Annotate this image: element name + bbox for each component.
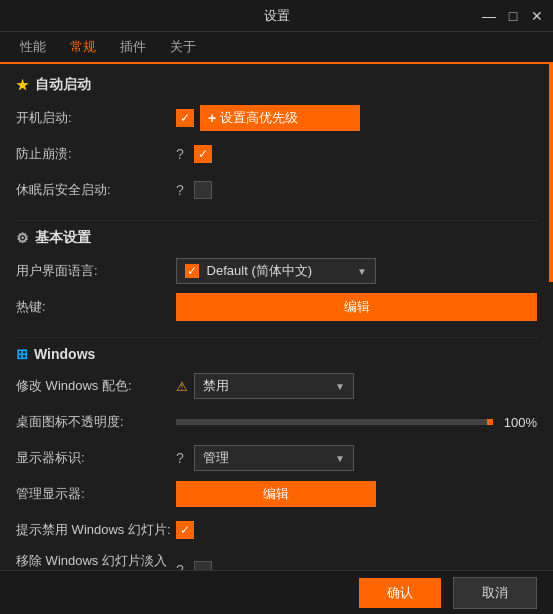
section-auto-start: ★ 自动启动 开机启动: ✓ + 设置高优先级 防止崩溃:	[16, 76, 537, 204]
dropdown-arrow-wincolor: ▼	[335, 381, 345, 392]
checkmark-icon: ✓	[180, 523, 190, 537]
tab-perf[interactable]: 性能	[8, 32, 58, 62]
plus-icon: +	[208, 110, 216, 126]
control-disable-slideshow: ✓	[176, 521, 537, 539]
row-safe-start: 休眠后安全启动: ?	[16, 176, 537, 204]
label-monitor-id: 显示器标识:	[16, 449, 176, 467]
row-win-color: 修改 Windows 配色: ⚠ 禁用 ▼	[16, 372, 537, 400]
section-header-auto-start: ★ 自动启动	[16, 76, 537, 94]
scroll-indicator	[549, 64, 553, 282]
label-icon-opacity: 桌面图标不透明度:	[16, 413, 176, 431]
divider-1	[16, 220, 537, 221]
help-icon-monitor[interactable]: ?	[176, 450, 184, 466]
section-title-basic: 基本设置	[35, 229, 91, 247]
label-win-color: 修改 Windows 配色:	[16, 377, 176, 395]
row-prevent-crash: 防止崩溃: ? ✓	[16, 140, 537, 168]
minimize-button[interactable]: —	[481, 8, 497, 24]
monitor-id-dropdown[interactable]: 管理 ▼	[194, 445, 354, 471]
section-windows: ⊞ Windows 修改 Windows 配色: ⚠ 禁用 ▼ 桌面图标不透明度…	[16, 346, 537, 588]
row-manage-monitor: 管理显示器: 编辑	[16, 480, 537, 508]
language-dropdown[interactable]: ✓ Default (简体中文) ▼	[176, 258, 376, 284]
section-basic-settings: ⚙ 基本设置 用户界面语言: ✓ Default (简体中文) ▼ 热键: 编辑	[16, 229, 537, 321]
row-hotkey: 热键: 编辑	[16, 293, 537, 321]
checkmark-icon: ✓	[198, 147, 208, 161]
tab-about[interactable]: 关于	[158, 32, 208, 62]
control-language: ✓ Default (简体中文) ▼	[176, 258, 537, 284]
help-icon-crash[interactable]: ?	[176, 146, 184, 162]
section-title-auto-start: 自动启动	[35, 76, 91, 94]
row-disable-slideshow: 提示禁用 Windows 幻灯片: ✓	[16, 516, 537, 544]
label-boot-start: 开机启动:	[16, 109, 176, 127]
hotkey-edit-button[interactable]: 编辑	[176, 293, 537, 321]
lang-check-icon: ✓ Default (简体中文)	[185, 262, 312, 280]
title-bar: 设置 — □ ✕	[0, 0, 553, 32]
cancel-button[interactable]: 取消	[453, 577, 537, 609]
star-icon: ★	[16, 77, 29, 93]
win-color-dropdown[interactable]: 禁用 ▼	[194, 373, 354, 399]
control-win-color: ⚠ 禁用 ▼	[176, 373, 537, 399]
label-safe-start: 休眠后安全启动:	[16, 181, 176, 199]
manage-monitor-button[interactable]: 编辑	[176, 481, 376, 507]
tab-general[interactable]: 常规	[58, 32, 108, 64]
dropdown-arrow-lang: ▼	[357, 266, 367, 277]
bottom-bar: 确认 取消	[0, 570, 553, 614]
warning-icon: ⚠	[176, 379, 188, 394]
row-icon-opacity: 桌面图标不透明度: 100%	[16, 408, 537, 436]
confirm-button[interactable]: 确认	[359, 578, 441, 608]
label-hotkey: 热键:	[16, 298, 176, 316]
row-monitor-id: 显示器标识: ? 管理 ▼	[16, 444, 537, 472]
control-prevent-crash: ? ✓	[176, 145, 537, 163]
main-content: ★ 自动启动 开机启动: ✓ + 设置高优先级 防止崩溃:	[0, 64, 553, 610]
monitor-id-value: 管理	[203, 449, 229, 467]
divider-2	[16, 337, 537, 338]
control-manage-monitor: 编辑	[176, 481, 537, 507]
dropdown-arrow-monitor: ▼	[335, 453, 345, 464]
checkbox-safe-start[interactable]	[194, 181, 212, 199]
control-icon-opacity: 100%	[176, 415, 537, 430]
checkbox-disable-slideshow[interactable]: ✓	[176, 521, 194, 539]
tab-bar: 性能 常规 插件 关于	[0, 32, 553, 64]
priority-button-label: 设置高优先级	[220, 109, 298, 127]
control-hotkey: 编辑	[176, 293, 537, 321]
section-header-windows: ⊞ Windows	[16, 346, 537, 362]
checkmark-icon: ✓	[180, 111, 190, 125]
row-boot-start: 开机启动: ✓ + 设置高优先级	[16, 104, 537, 132]
window-controls: — □ ✕	[481, 0, 545, 31]
win-color-value: 禁用	[203, 377, 229, 395]
checkbox-boot-start[interactable]: ✓	[176, 109, 194, 127]
maximize-button[interactable]: □	[505, 8, 521, 24]
label-prevent-crash: 防止崩溃:	[16, 145, 176, 163]
window-title: 设置	[264, 7, 290, 25]
close-button[interactable]: ✕	[529, 8, 545, 24]
priority-button[interactable]: + 设置高优先级	[200, 105, 360, 131]
label-disable-slideshow: 提示禁用 Windows 幻灯片:	[16, 521, 176, 539]
control-boot-start: ✓ + 设置高优先级	[176, 105, 537, 131]
opacity-slider-fill	[487, 419, 493, 425]
opacity-value: 100%	[501, 415, 537, 430]
control-safe-start: ?	[176, 181, 537, 199]
label-manage-monitor: 管理显示器:	[16, 485, 176, 503]
help-icon-safe-start[interactable]: ?	[176, 182, 184, 198]
tab-plugins[interactable]: 插件	[108, 32, 158, 62]
row-language: 用户界面语言: ✓ Default (简体中文) ▼	[16, 257, 537, 285]
windows-icon: ⊞	[16, 346, 28, 362]
section-header-basic: ⚙ 基本设置	[16, 229, 537, 247]
checkbox-prevent-crash[interactable]: ✓	[194, 145, 212, 163]
opacity-slider-track[interactable]	[176, 419, 493, 425]
control-monitor-id: ? 管理 ▼	[176, 445, 537, 471]
section-title-windows: Windows	[34, 346, 95, 362]
label-language: 用户界面语言:	[16, 262, 176, 280]
gear-icon: ⚙	[16, 230, 29, 246]
